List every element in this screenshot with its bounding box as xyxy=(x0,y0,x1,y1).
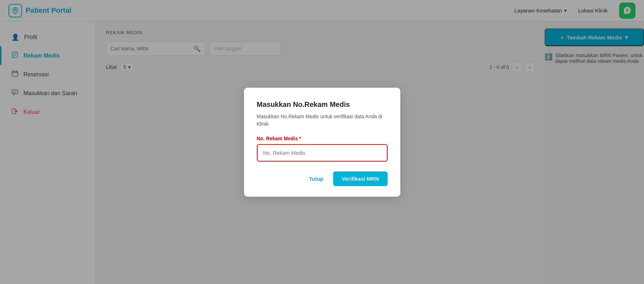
modal-overlay[interactable]: Masukkan No.Rekam Medis Masukkan No.Reka… xyxy=(0,0,644,284)
modal-description: Masukkan No.Rekam Medis untuk verifikasi… xyxy=(257,113,388,128)
required-marker: * xyxy=(299,136,301,141)
modal-title: Masukkan No.Rekam Medis xyxy=(257,100,388,109)
tutup-button[interactable]: Tutup xyxy=(304,172,329,185)
rekam-medis-input[interactable] xyxy=(258,146,386,160)
modal: Masukkan No.Rekam Medis Masukkan No.Reka… xyxy=(244,88,400,197)
modal-input-wrap xyxy=(257,144,388,162)
modal-field-label: No. Rekam Medis * xyxy=(257,136,388,141)
verifikasi-mrn-button[interactable]: Verifikasi MRN xyxy=(333,171,387,186)
modal-actions: Tutup Verifikasi MRN xyxy=(257,171,388,186)
